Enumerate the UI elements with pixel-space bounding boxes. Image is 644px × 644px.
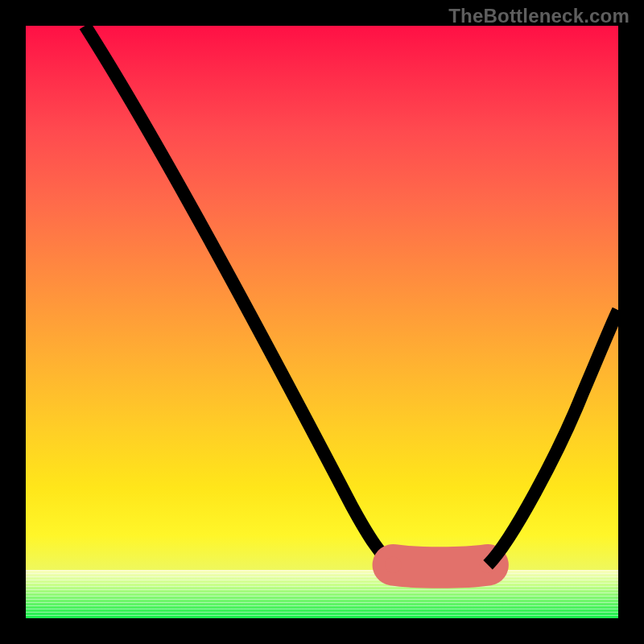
curve-layer xyxy=(26,26,618,618)
attribution-label: TheBottleneck.com xyxy=(448,5,630,27)
flat-segment-highlight xyxy=(393,565,488,568)
left-curve xyxy=(85,26,394,565)
plot-area xyxy=(26,26,618,618)
chart-frame: TheBottleneck.com xyxy=(0,0,644,644)
flat-segment-dot-left xyxy=(385,556,402,573)
right-curve xyxy=(488,310,618,564)
